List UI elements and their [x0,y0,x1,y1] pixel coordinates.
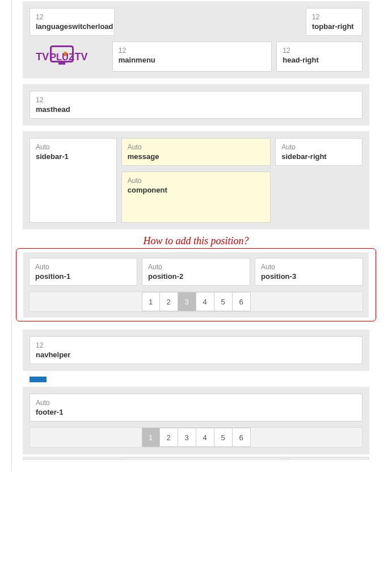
position-width: 12 [36,96,356,104]
page-1[interactable]: 1 [142,428,160,447]
position-width: Auto [281,143,356,151]
logo-box: TV TV PLUZ [29,41,108,72]
page-5[interactable]: 5 [214,292,233,311]
position-width: 12 [119,47,266,55]
position-sidebar-right[interactable]: Auto sidebar-right [275,138,363,166]
position-name: position-1 [35,272,131,281]
position-3[interactable]: Auto position-3 [255,258,363,286]
position-width: Auto [35,263,131,271]
position-name: head-right [283,56,356,64]
position-name: masthead [36,105,356,114]
positions-pagination: 123456 [142,292,251,311]
position-sidebar-1[interactable]: Auto sidebar-1 [29,138,117,223]
blue-accent-bar [29,377,47,382]
spacer [119,8,301,36]
position-name: languageswitcherload [36,22,108,31]
content-section: Auto sidebar-1 Auto message Auto compone… [23,131,369,229]
footer-pagination-wrap: 123456 [29,427,363,448]
position-component[interactable]: Auto component [121,172,271,223]
position-name: message [128,152,265,161]
position-name: topbar-right [312,22,356,31]
position-width: Auto [128,143,265,151]
page-4[interactable]: 4 [196,428,214,447]
page-1[interactable]: 1 [142,292,160,311]
position-name: component [128,186,265,194]
position-masthead[interactable]: 12 masthead [29,91,363,119]
page-3[interactable]: 3 [178,292,196,311]
page-5[interactable]: 5 [214,428,233,447]
svg-text:PLUZ: PLUZ [50,52,74,62]
svg-text:TV: TV [36,51,49,62]
page-2[interactable]: 2 [160,292,178,311]
position-width: Auto [36,399,356,407]
position-mainmenu[interactable]: 12 mainmenu [112,41,272,72]
position-width: Auto [128,177,265,185]
annotation-text: How to add this position? [23,235,369,247]
position-languageswitcherload[interactable]: 12 languageswitcherload [29,8,115,36]
footer-pagination: 123456 [142,428,251,447]
position-width: 12 [36,341,356,349]
position-1[interactable]: Auto position-1 [29,258,137,286]
page-3[interactable]: 3 [178,428,196,447]
position-name: position-2 [148,272,244,281]
svg-rect-1 [58,62,65,65]
footer-section: Auto footer-1 123456 [23,387,369,454]
navhelper-section: 12 navhelper [23,329,369,371]
position-name: sidebar-1 [36,152,111,161]
position-width: 12 [283,47,356,55]
masthead-section: 12 masthead [23,84,369,126]
position-message[interactable]: Auto message [121,138,271,166]
topbar-section: 12 languageswitcherload 12 topbar-right … [23,1,369,78]
page-6[interactable]: 6 [233,428,251,447]
positions-pagination-wrap: 123456 [29,291,363,312]
divider-line [11,0,12,471]
position-2[interactable]: Auto position-2 [142,258,250,286]
highlighted-block: Auto position-1 Auto position-2 Auto pos… [16,248,376,321]
position-width: Auto [261,263,357,271]
position-navhelper[interactable]: 12 navhelper [29,336,363,364]
position-name: mainmenu [119,56,266,64]
position-width: Auto [148,263,244,271]
position-footer-1[interactable]: Auto footer-1 [29,394,363,421]
position-topbar-right[interactable]: 12 topbar-right [306,8,363,36]
page-6[interactable]: 6 [233,292,251,311]
position-name: navhelper [36,350,356,359]
position-width: 12 [312,13,356,21]
page-2[interactable]: 2 [160,428,178,447]
position-name: sidebar-right [281,152,356,161]
page-4[interactable]: 4 [196,292,214,311]
position-width: Auto [36,143,111,151]
next-section [23,457,369,460]
svg-text:TV: TV [74,51,87,62]
position-head-right[interactable]: 12 head-right [276,41,363,72]
position-name: position-3 [261,272,357,281]
tvpluz-logo-icon: TV TV PLUZ [35,44,103,69]
position-name: footer-1 [36,408,356,416]
position-width: 12 [36,13,108,21]
